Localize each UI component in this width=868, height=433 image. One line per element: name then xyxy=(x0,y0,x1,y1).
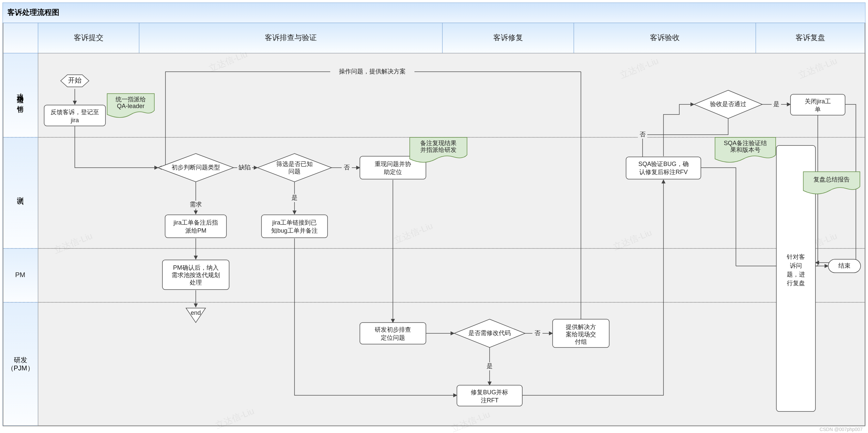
svg-text:处理: 处理 xyxy=(190,279,202,286)
svg-text:jira: jira xyxy=(70,117,79,124)
svg-text:题，进: 题，进 xyxy=(787,271,805,278)
svg-text:SQA验证BUG，确: SQA验证BUG，确 xyxy=(638,161,688,167)
svg-rect-19 xyxy=(865,23,865,426)
phase-4: 客诉验收 xyxy=(650,33,680,42)
svg-text:助定位: 助定位 xyxy=(384,169,402,175)
svg-text:复盘总结报告: 复盘总结报告 xyxy=(813,176,850,183)
svg-text:筛选是否已知: 筛选是否已知 xyxy=(276,161,313,167)
svg-text:PM确认后，纳入: PM确认后，纳入 xyxy=(173,264,219,271)
lane-3-label: PM xyxy=(15,271,25,278)
edge-no-3: 否 xyxy=(640,131,646,138)
edge-yes-1: 是 xyxy=(291,194,298,201)
svg-text:jira工单备注后指: jira工单备注后指 xyxy=(173,219,218,226)
svg-rect-55 xyxy=(165,215,226,238)
node-sqa-verify: SQA验证BUG，确 认修复后标注RFV xyxy=(626,157,701,179)
svg-text:备注复现结果: 备注复现结果 xyxy=(420,140,457,146)
svg-text:重现问题并协: 重现问题并协 xyxy=(375,161,411,167)
svg-rect-17 xyxy=(3,426,865,426)
node-close: 关闭jira工 单 xyxy=(790,94,845,115)
svg-text:并指派给研发: 并指派给研发 xyxy=(420,146,457,153)
phase-5: 客诉复盘 xyxy=(796,33,825,42)
phase-2: 客诉排查与验证 xyxy=(265,33,317,42)
svg-text:针对客: 针对客 xyxy=(786,254,805,260)
svg-text:统一指派给: 统一指派给 xyxy=(116,96,146,103)
node-end: 结束 xyxy=(828,259,861,273)
svg-rect-58 xyxy=(261,215,328,238)
node-fix-rft: 修复BUG并标 注RFT xyxy=(457,385,522,406)
lane-1-label: 现场交付组/销售 xyxy=(6,57,35,134)
svg-rect-16 xyxy=(38,302,865,426)
svg-text:jira工单链接到已: jira工单链接到已 xyxy=(272,219,317,226)
edge-defect: 缺陷 xyxy=(239,164,251,171)
svg-text:QA-leader: QA-leader xyxy=(117,103,145,109)
svg-text:问题: 问题 xyxy=(288,168,301,175)
edge-yes-3: 是 xyxy=(773,101,779,107)
edge-no-1: 否 xyxy=(344,164,350,171)
svg-text:研发初步排查: 研发初步排查 xyxy=(375,326,411,333)
node-solution: 提供解决方 案给现场交 付组 xyxy=(553,319,609,347)
svg-text:提供解决方: 提供解决方 xyxy=(566,324,596,330)
svg-text:派给PM: 派给PM xyxy=(185,227,207,234)
svg-text:认修复后标注RFV: 认修复后标注RFV xyxy=(639,169,688,175)
svg-text:关闭jira工: 关闭jira工 xyxy=(805,98,831,105)
svg-text:修复BUG并标: 修复BUG并标 xyxy=(471,389,508,396)
svg-text:验收是否通过: 验收是否通过 xyxy=(710,101,746,107)
lane-2-label: 测试 xyxy=(6,141,35,245)
svg-text:初步判断问题类型: 初步判断问题类型 xyxy=(172,164,220,171)
phase-3: 客诉修复 xyxy=(493,33,523,42)
svg-text:开始: 开始 xyxy=(68,76,82,84)
edge-req: 需求 xyxy=(190,201,202,208)
phase-headers: 客诉提交 客诉排查与验证 客诉修复 客诉验收 客诉复盘 xyxy=(3,23,865,53)
svg-rect-0 xyxy=(3,23,38,53)
edge-yes-2: 是 xyxy=(487,363,493,369)
svg-text:结束: 结束 xyxy=(838,262,850,269)
node-feedback: 反馈客诉，登记至 jira xyxy=(44,105,105,126)
lane-4-label: 研发（PJM） xyxy=(6,306,35,422)
svg-text:知bug工单并备注: 知bug工单并备注 xyxy=(271,227,318,234)
svg-text:SQA备注验证结: SQA备注验证结 xyxy=(724,140,767,146)
svg-text:单: 单 xyxy=(815,106,821,113)
svg-text:果和版本号: 果和版本号 xyxy=(730,146,761,153)
title-bar xyxy=(3,3,865,23)
svg-text:end: end xyxy=(191,309,201,316)
node-pm-confirm: PM确认后，纳入 需求池按迭代规划 处理 xyxy=(162,260,229,290)
svg-rect-7 xyxy=(38,53,865,137)
edge-no-2: 否 xyxy=(534,330,540,336)
svg-text:是否需修改代码: 是否需修改代码 xyxy=(468,330,511,336)
svg-text:付组: 付组 xyxy=(575,338,587,345)
flowchart-canvas: 客诉处理流程图 客诉提交 客诉排查与验证 客诉修复 客诉验收 客诉复盘 现场交付… xyxy=(0,0,868,433)
credit-text: CSDN @007php007 xyxy=(819,427,863,432)
phase-1: 客诉提交 xyxy=(74,33,103,42)
node-link-bug: jira工单链接到已 知bug工单并备注 xyxy=(261,215,328,238)
svg-rect-18 xyxy=(3,23,3,426)
svg-text:案给现场交: 案给现场交 xyxy=(566,331,596,338)
svg-text:需求池按迭代规划: 需求池按迭代规划 xyxy=(172,272,220,278)
edge-opissue: 操作问题，提供解决方案 xyxy=(339,68,406,75)
svg-text:定位问题: 定位问题 xyxy=(381,334,405,341)
svg-text:行复盘: 行复盘 xyxy=(787,280,805,287)
node-dev-locate: 研发初步排查 定位问题 xyxy=(360,323,426,344)
node-assign-pm: jira工单备注后指 派给PM xyxy=(165,215,226,238)
diagram-title: 客诉处理流程图 xyxy=(7,8,59,16)
svg-text:注RFT: 注RFT xyxy=(481,397,499,404)
svg-text:诉问: 诉问 xyxy=(790,262,802,269)
svg-text:反馈客诉，登记至: 反馈客诉，登记至 xyxy=(51,109,99,115)
